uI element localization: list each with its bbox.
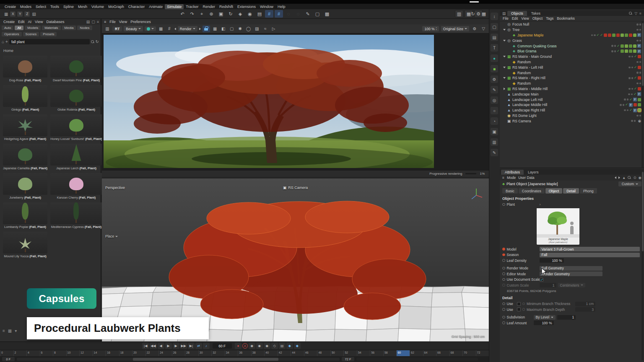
timeline-ruler[interactable]: 0246810121416182022242628303234363840424… <box>0 350 489 356</box>
asset-filter-button[interactable]: Materials <box>42 26 60 30</box>
capture-icon[interactable]: ▦ <box>480 10 488 18</box>
attribute-tab-button[interactable]: Detail <box>563 188 579 194</box>
timeline-tick[interactable]: 4 <box>26 350 40 356</box>
timeline-tick[interactable]: 50 <box>330 350 344 356</box>
timeline-tick[interactable]: 72 <box>476 350 489 356</box>
asset-menu-item[interactable]: Databases <box>44 20 66 24</box>
enabled-check-icon[interactable]: ✓ <box>634 87 637 90</box>
field-tag-icon[interactable]: F <box>629 103 633 107</box>
simulation-icon[interactable]: ◉ <box>246 10 254 18</box>
render-view-button[interactable]: ▥ <box>455 10 463 18</box>
field-tag-icon[interactable]: F <box>637 49 641 53</box>
material-chip[interactable] <box>633 44 636 48</box>
axis-lock-button[interactable]: Z <box>24 11 30 17</box>
keyframe-presets-icon[interactable]: ◆ <box>286 343 293 349</box>
editor-visibility-dot[interactable] <box>628 67 631 69</box>
keyframe-dot[interactable] <box>502 248 505 251</box>
previous-frame-button[interactable]: ◀ <box>158 343 164 349</box>
quantize-icon[interactable]: # <box>275 10 283 18</box>
object-row[interactable]: ▦RS Matrix - Main Ground✓ <box>500 54 644 59</box>
dock-icon[interactable]: ▤ <box>86 20 90 24</box>
material-chip[interactable] <box>629 44 632 48</box>
record-keyframe-button[interactable]: ● <box>235 343 242 349</box>
material-chip[interactable] <box>604 34 607 37</box>
max-branch-input[interactable]: 3 <box>575 307 595 312</box>
model-select[interactable]: Variant 3 Full-Grown <box>540 247 640 251</box>
menu-item[interactable]: Tools <box>48 4 61 9</box>
asset-plant-item[interactable]: Honey Locust 'Sunburst' (Fall, Plant) <box>49 114 103 142</box>
object-row[interactable]: ▦RS Matrix - Left Hill✓ <box>500 65 644 70</box>
object-menu-item[interactable]: Bookmarks <box>557 16 575 21</box>
panel-options-icon[interactable]: ≡ <box>639 11 641 16</box>
gear-icon[interactable]: ⚙ <box>471 26 478 32</box>
editor-visibility-dot[interactable] <box>628 88 631 90</box>
render-visibility-dot[interactable] <box>631 88 634 90</box>
dual-view-icon[interactable]: ▦ <box>212 26 218 32</box>
render-visibility-dot[interactable] <box>631 93 633 96</box>
range-end-input[interactable]: 72 F <box>342 357 354 361</box>
asset-filter-button[interactable]: Auto <box>2 26 13 30</box>
asset-menu-item[interactable]: AI <box>26 20 34 24</box>
timeline-tick[interactable]: 30 <box>198 350 212 356</box>
timeline-tick[interactable]: 28 <box>185 350 198 356</box>
asset-menu-item[interactable]: View <box>33 20 44 24</box>
move-tool-icon[interactable]: ⊕ <box>207 10 216 18</box>
list-mode-icon[interactable]: ≡ <box>3 328 5 333</box>
enabled-check-icon[interactable]: ✓ <box>600 34 603 37</box>
filter-icon[interactable]: ▽ <box>634 11 637 16</box>
object-row[interactable]: ◆Random <box>500 81 644 86</box>
render-mode-select[interactable]: Full Geometry <box>540 266 602 271</box>
keyframe-dot[interactable] <box>502 321 505 324</box>
render-visibility-dot[interactable] <box>627 109 629 111</box>
editor-visibility-dot[interactable] <box>620 104 622 106</box>
timeline-tick[interactable]: 2 <box>13 350 27 356</box>
paint-tool-icon[interactable]: ✎ <box>304 10 312 18</box>
range-scrollbar[interactable] <box>17 358 340 361</box>
record-pla-toggle[interactable]: ▤ <box>279 343 286 349</box>
render-view-canvas[interactable] <box>102 34 489 170</box>
enabled-check-icon[interactable]: ✓ <box>634 76 637 80</box>
timeline-tick[interactable]: 12 <box>79 350 93 356</box>
attribute-scrollbar[interactable] <box>641 169 644 360</box>
search-icon[interactable] <box>91 40 94 44</box>
disabled-tool-icon[interactable]: ◌ <box>294 10 302 18</box>
frame-selected-icon[interactable]: ▢ <box>491 23 498 31</box>
attribute-tab-button[interactable]: Object <box>545 188 563 194</box>
home-icon[interactable]: ⌂ <box>2 39 4 44</box>
render-visibility-dot[interactable] <box>614 50 616 52</box>
max-branch-use-checkbox[interactable] <box>517 308 521 311</box>
editor-visibility-dot[interactable] <box>611 45 613 47</box>
attribute-manager-tab[interactable]: Attributes <box>501 170 524 175</box>
object-row[interactable]: ▦RS Matrix - Middle Hill✓ <box>500 86 644 92</box>
attribute-manager-tab[interactable]: Layers <box>524 170 543 175</box>
keyframe-dot[interactable] <box>502 253 505 256</box>
use-document-scale-checkbox[interactable] <box>540 278 543 282</box>
selection-tool-icon[interactable]: ⌖ <box>197 10 206 18</box>
keyframe-dot[interactable] <box>522 308 525 311</box>
next-frame-button[interactable]: ▶ <box>173 343 179 349</box>
asset-plant-item[interactable]: Juneberry (Fall, Plant) <box>2 172 48 200</box>
section-object-properties[interactable]: Object Properties <box>500 194 644 202</box>
timeline-tick[interactable]: 62 <box>410 350 423 356</box>
material-chip[interactable] <box>638 98 641 101</box>
timeline-tick[interactable]: 58 <box>383 350 397 356</box>
scale-tool-icon[interactable]: ▣ <box>217 10 225 18</box>
timeline-tick[interactable]: 40 <box>264 350 278 356</box>
ipr-icon[interactable]: ▷ <box>270 26 277 32</box>
enabled-check-icon[interactable]: ✓ <box>629 109 632 112</box>
menu-item[interactable]: Help <box>275 4 288 9</box>
annotate-pencil-icon[interactable]: ✎ <box>491 149 498 156</box>
render-visibility-dot[interactable] <box>639 23 641 26</box>
material-chip[interactable] <box>608 34 611 37</box>
editor-visibility-dot[interactable] <box>636 115 639 117</box>
save-image-icon[interactable]: ▥ <box>104 26 111 32</box>
render-visibility-dot[interactable] <box>631 56 634 58</box>
object-row[interactable]: ▲Landscape Right Hill✓F <box>500 108 644 113</box>
asset-filter-button[interactable]: Operators <box>2 32 22 36</box>
material-chip[interactable] <box>616 34 620 37</box>
editor-visibility-dot[interactable] <box>636 83 639 85</box>
timeline-tick[interactable]: 54 <box>357 350 370 356</box>
mode-select[interactable]: Mode <box>507 176 516 180</box>
enabled-check-icon[interactable]: ✓ <box>634 93 636 96</box>
size-select[interactable]: Original Size <box>441 26 469 31</box>
